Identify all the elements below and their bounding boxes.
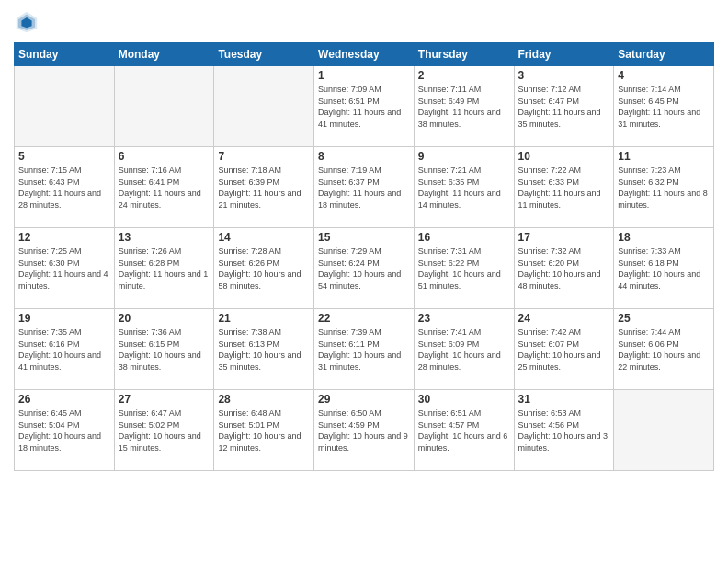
- col-friday: Friday: [514, 43, 614, 66]
- day-info: Sunrise: 7:26 AM Sunset: 6:28 PM Dayligh…: [119, 246, 210, 292]
- calendar-week-row: 5Sunrise: 7:15 AM Sunset: 6:43 PM Daylig…: [15, 147, 714, 228]
- logo-icon: [14, 9, 40, 35]
- day-info: Sunrise: 6:53 AM Sunset: 4:56 PM Dayligh…: [518, 408, 610, 454]
- table-row: 6Sunrise: 7:16 AM Sunset: 6:41 PM Daylig…: [114, 147, 214, 228]
- col-sunday: Sunday: [15, 43, 115, 66]
- day-number: 23: [418, 312, 510, 325]
- day-number: 8: [318, 150, 410, 163]
- table-row: 15Sunrise: 7:29 AM Sunset: 6:24 PM Dayli…: [314, 228, 415, 309]
- day-number: 22: [318, 312, 410, 325]
- table-row: 20Sunrise: 7:36 AM Sunset: 6:15 PM Dayli…: [114, 309, 214, 390]
- col-saturday: Saturday: [614, 43, 714, 66]
- table-row: 7Sunrise: 7:18 AM Sunset: 6:39 PM Daylig…: [214, 147, 314, 228]
- day-info: Sunrise: 7:09 AM Sunset: 6:51 PM Dayligh…: [318, 84, 410, 130]
- day-number: 12: [18, 231, 110, 244]
- day-number: 17: [518, 231, 610, 244]
- calendar-week-row: 26Sunrise: 6:45 AM Sunset: 5:04 PM Dayli…: [15, 390, 714, 471]
- col-monday: Monday: [114, 43, 214, 66]
- table-row: 25Sunrise: 7:44 AM Sunset: 6:06 PM Dayli…: [614, 309, 714, 390]
- table-row: 24Sunrise: 7:42 AM Sunset: 6:07 PM Dayli…: [514, 309, 614, 390]
- table-row: 1Sunrise: 7:09 AM Sunset: 6:51 PM Daylig…: [314, 66, 415, 147]
- header: [14, 9, 714, 35]
- table-row: 5Sunrise: 7:15 AM Sunset: 6:43 PM Daylig…: [15, 147, 115, 228]
- table-row: 19Sunrise: 7:35 AM Sunset: 6:16 PM Dayli…: [15, 309, 115, 390]
- day-number: 28: [218, 393, 310, 406]
- col-wednesday: Wednesday: [314, 43, 415, 66]
- table-row: 18Sunrise: 7:33 AM Sunset: 6:18 PM Dayli…: [614, 228, 714, 309]
- table-row: 3Sunrise: 7:12 AM Sunset: 6:47 PM Daylig…: [514, 66, 614, 147]
- table-row: 4Sunrise: 7:14 AM Sunset: 6:45 PM Daylig…: [614, 66, 714, 147]
- table-row: 30Sunrise: 6:51 AM Sunset: 4:57 PM Dayli…: [414, 390, 514, 471]
- day-info: Sunrise: 7:33 AM Sunset: 6:18 PM Dayligh…: [618, 246, 710, 292]
- page: Sunday Monday Tuesday Wednesday Thursday…: [0, 0, 728, 563]
- day-info: Sunrise: 7:42 AM Sunset: 6:07 PM Dayligh…: [518, 327, 610, 373]
- day-info: Sunrise: 7:31 AM Sunset: 6:22 PM Dayligh…: [418, 246, 510, 292]
- calendar-week-row: 1Sunrise: 7:09 AM Sunset: 6:51 PM Daylig…: [15, 66, 714, 147]
- day-number: 29: [318, 393, 410, 406]
- day-number: 30: [418, 393, 510, 406]
- day-info: Sunrise: 7:12 AM Sunset: 6:47 PM Dayligh…: [518, 84, 610, 130]
- day-number: 19: [18, 312, 110, 325]
- day-number: 10: [518, 150, 610, 163]
- day-info: Sunrise: 7:11 AM Sunset: 6:49 PM Dayligh…: [418, 84, 510, 130]
- table-row: 31Sunrise: 6:53 AM Sunset: 4:56 PM Dayli…: [514, 390, 614, 471]
- day-info: Sunrise: 7:25 AM Sunset: 6:30 PM Dayligh…: [18, 246, 110, 292]
- table-row: 8Sunrise: 7:19 AM Sunset: 6:37 PM Daylig…: [314, 147, 415, 228]
- day-number: 21: [218, 312, 310, 325]
- day-info: Sunrise: 7:36 AM Sunset: 6:15 PM Dayligh…: [119, 327, 210, 373]
- table-row: 9Sunrise: 7:21 AM Sunset: 6:35 PM Daylig…: [414, 147, 514, 228]
- day-number: 27: [119, 393, 210, 406]
- day-number: 25: [618, 312, 710, 325]
- day-number: 14: [218, 231, 310, 244]
- day-number: 16: [418, 231, 510, 244]
- day-info: Sunrise: 7:16 AM Sunset: 6:41 PM Dayligh…: [119, 165, 210, 211]
- day-info: Sunrise: 7:18 AM Sunset: 6:39 PM Dayligh…: [218, 165, 310, 211]
- day-number: 1: [318, 69, 410, 82]
- table-row: 10Sunrise: 7:22 AM Sunset: 6:33 PM Dayli…: [514, 147, 614, 228]
- day-info: Sunrise: 6:45 AM Sunset: 5:04 PM Dayligh…: [18, 408, 110, 454]
- day-number: 26: [18, 393, 110, 406]
- day-info: Sunrise: 7:41 AM Sunset: 6:09 PM Dayligh…: [418, 327, 510, 373]
- day-number: 18: [618, 231, 710, 244]
- day-info: Sunrise: 7:28 AM Sunset: 6:26 PM Dayligh…: [218, 246, 310, 292]
- day-number: 6: [119, 150, 210, 163]
- calendar-header-row: Sunday Monday Tuesday Wednesday Thursday…: [15, 43, 714, 66]
- col-thursday: Thursday: [414, 43, 514, 66]
- day-info: Sunrise: 6:50 AM Sunset: 4:59 PM Dayligh…: [318, 408, 410, 454]
- day-number: 5: [18, 150, 110, 163]
- table-row: 17Sunrise: 7:32 AM Sunset: 6:20 PM Dayli…: [514, 228, 614, 309]
- day-info: Sunrise: 6:47 AM Sunset: 5:02 PM Dayligh…: [119, 408, 210, 454]
- table-row: 21Sunrise: 7:38 AM Sunset: 6:13 PM Dayli…: [214, 309, 314, 390]
- table-row: [15, 66, 115, 147]
- day-number: 24: [518, 312, 610, 325]
- table-row: 23Sunrise: 7:41 AM Sunset: 6:09 PM Dayli…: [414, 309, 514, 390]
- table-row: 12Sunrise: 7:25 AM Sunset: 6:30 PM Dayli…: [15, 228, 115, 309]
- day-number: 2: [418, 69, 510, 82]
- table-row: [614, 390, 714, 471]
- day-number: 11: [618, 150, 710, 163]
- table-row: [214, 66, 314, 147]
- day-info: Sunrise: 7:19 AM Sunset: 6:37 PM Dayligh…: [318, 165, 410, 211]
- table-row: 11Sunrise: 7:23 AM Sunset: 6:32 PM Dayli…: [614, 147, 714, 228]
- day-info: Sunrise: 7:15 AM Sunset: 6:43 PM Dayligh…: [18, 165, 110, 211]
- day-number: 20: [119, 312, 210, 325]
- day-info: Sunrise: 6:48 AM Sunset: 5:01 PM Dayligh…: [218, 408, 310, 454]
- day-number: 15: [318, 231, 410, 244]
- col-tuesday: Tuesday: [214, 43, 314, 66]
- day-number: 4: [618, 69, 710, 82]
- logo: [14, 9, 43, 35]
- day-info: Sunrise: 7:38 AM Sunset: 6:13 PM Dayligh…: [218, 327, 310, 373]
- table-row: 13Sunrise: 7:26 AM Sunset: 6:28 PM Dayli…: [114, 228, 214, 309]
- calendar-week-row: 19Sunrise: 7:35 AM Sunset: 6:16 PM Dayli…: [15, 309, 714, 390]
- table-row: 28Sunrise: 6:48 AM Sunset: 5:01 PM Dayli…: [214, 390, 314, 471]
- calendar: Sunday Monday Tuesday Wednesday Thursday…: [14, 42, 714, 471]
- day-info: Sunrise: 7:23 AM Sunset: 6:32 PM Dayligh…: [618, 165, 710, 211]
- day-number: 9: [418, 150, 510, 163]
- day-info: Sunrise: 7:21 AM Sunset: 6:35 PM Dayligh…: [418, 165, 510, 211]
- day-info: Sunrise: 7:32 AM Sunset: 6:20 PM Dayligh…: [518, 246, 610, 292]
- calendar-week-row: 12Sunrise: 7:25 AM Sunset: 6:30 PM Dayli…: [15, 228, 714, 309]
- day-info: Sunrise: 7:14 AM Sunset: 6:45 PM Dayligh…: [618, 84, 710, 130]
- table-row: 22Sunrise: 7:39 AM Sunset: 6:11 PM Dayli…: [314, 309, 415, 390]
- table-row: 27Sunrise: 6:47 AM Sunset: 5:02 PM Dayli…: [114, 390, 214, 471]
- day-number: 31: [518, 393, 610, 406]
